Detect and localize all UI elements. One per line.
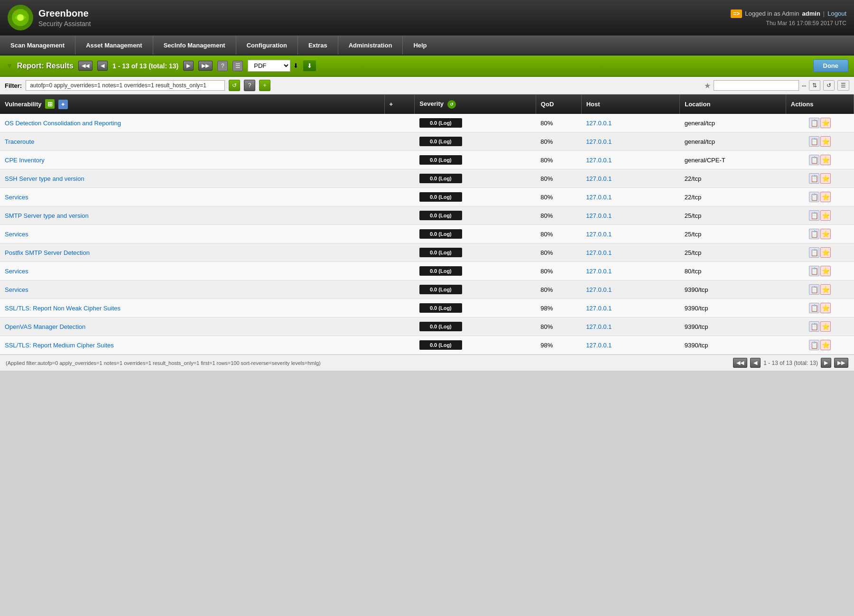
details-action-button[interactable]: 📋	[809, 155, 819, 165]
override-action-button[interactable]: ⭐	[820, 210, 831, 221]
plus-cell	[384, 299, 415, 317]
details-action-button[interactable]: 📋	[809, 340, 819, 350]
override-action-button[interactable]: ⭐	[820, 192, 831, 202]
pipe-separator: |	[823, 10, 825, 17]
override-action-button[interactable]: ⭐	[820, 173, 831, 184]
host-link[interactable]: 127.0.0.1	[586, 342, 612, 349]
vulnerability-link[interactable]: CPE Inventory	[5, 157, 45, 164]
host-link[interactable]: 127.0.0.1	[586, 286, 612, 293]
vulnerability-col-icon[interactable]: ⊞	[45, 99, 55, 109]
details-action-button[interactable]: 📋	[809, 136, 819, 147]
host-link[interactable]: 127.0.0.1	[586, 175, 612, 182]
sidebar-item-secinfo-management[interactable]: SecInfo Management	[153, 36, 236, 55]
vulnerability-link[interactable]: SMTP Server type and version	[5, 212, 89, 219]
vulnerability-link[interactable]: Services	[5, 194, 28, 201]
filter-refresh-button[interactable]: ↺	[823, 80, 835, 91]
details-action-button[interactable]: 📋	[809, 229, 819, 239]
host-link[interactable]: 127.0.0.1	[586, 138, 612, 145]
download-button[interactable]: ⬇	[303, 60, 316, 71]
filter-input[interactable]	[26, 80, 225, 91]
format-select[interactable]: PDF XML HTML TXT	[248, 60, 290, 72]
location-cell: general/CPE-T	[680, 151, 786, 169]
logout-link[interactable]: Logout	[827, 10, 846, 17]
host-link[interactable]: 127.0.0.1	[586, 305, 612, 312]
details-action-button[interactable]: 📋	[809, 266, 819, 276]
details-action-button[interactable]: 📋	[809, 247, 819, 258]
sidebar-item-scan-management[interactable]: Scan Management	[0, 36, 75, 55]
details-action-button[interactable]: 📋	[809, 303, 819, 313]
footer-prev-first-button[interactable]: ◀◀	[733, 358, 747, 368]
vulnerability-link[interactable]: SSL/TLS: Report Non Weak Cipher Suites	[5, 305, 121, 312]
override-action-button[interactable]: ⭐	[820, 118, 831, 128]
table-row: Traceroute0.0 (Log)80%127.0.0.1general/t…	[0, 132, 854, 151]
filter-apply-button[interactable]: ↺	[229, 80, 240, 91]
footer-prev-button[interactable]: ◀	[750, 358, 761, 368]
vulnerability-link[interactable]: Traceroute	[5, 138, 34, 145]
sidebar-item-asset-management[interactable]: Asset Management	[75, 36, 153, 55]
vulnerability-link[interactable]: Services	[5, 286, 28, 293]
details-action-button[interactable]: 📋	[809, 192, 819, 202]
host-link[interactable]: 127.0.0.1	[586, 194, 612, 201]
filter-columns-button[interactable]: ☰	[837, 80, 849, 91]
override-action-button[interactable]: ⭐	[820, 229, 831, 239]
vulnerability-link[interactable]: OpenVAS Manager Detection	[5, 323, 85, 330]
override-action-button[interactable]: ⭐	[820, 266, 831, 276]
actions-cell: 📋⭐	[786, 317, 854, 336]
override-action-button[interactable]: ⭐	[820, 155, 831, 165]
footer-next-button[interactable]: ▶	[821, 358, 831, 368]
details-action-button[interactable]: 📋	[809, 173, 819, 184]
override-action-button[interactable]: ⭐	[820, 303, 831, 313]
vulnerability-cell: Postfix SMTP Server Detection	[0, 243, 384, 262]
prev-first-button[interactable]: ◀◀	[78, 61, 93, 71]
host-link[interactable]: 127.0.0.1	[586, 231, 612, 238]
host-link[interactable]: 127.0.0.1	[586, 157, 612, 164]
help-icon[interactable]: ?	[217, 61, 228, 71]
override-action-button[interactable]: ⭐	[820, 321, 831, 332]
filter-search-input[interactable]	[714, 80, 799, 91]
sidebar-item-configuration[interactable]: Configuration	[236, 36, 298, 55]
filter-sort-button[interactable]: ⇅	[809, 80, 820, 91]
host-link[interactable]: 127.0.0.1	[586, 120, 612, 127]
col-header-plus: +	[384, 94, 415, 114]
done-button[interactable]: Done	[813, 59, 849, 72]
filter-star-icon[interactable]: ★	[704, 81, 711, 90]
list-icon[interactable]: ☰	[232, 61, 243, 71]
host-link[interactable]: 127.0.0.1	[586, 323, 612, 330]
host-link[interactable]: 127.0.0.1	[586, 268, 612, 275]
vulnerability-link[interactable]: Services	[5, 268, 28, 275]
host-link[interactable]: 127.0.0.1	[586, 212, 612, 219]
details-action-button[interactable]: 📋	[809, 118, 819, 128]
sidebar-item-help[interactable]: Help	[403, 36, 437, 55]
vulnerability-link[interactable]: SSL/TLS: Report Medium Cipher Suites	[5, 342, 114, 349]
vulnerability-sort-icon[interactable]: ✦	[58, 100, 68, 109]
host-cell: 127.0.0.1	[581, 132, 680, 151]
sidebar-item-extras[interactable]: Extras	[298, 36, 338, 55]
override-action-button[interactable]: ⭐	[820, 340, 831, 350]
sidebar-item-administration[interactable]: Administration	[338, 36, 403, 55]
details-action-button[interactable]: 📋	[809, 321, 819, 332]
vulnerability-link[interactable]: SSH Server type and version	[5, 175, 84, 182]
footer-next-last-button[interactable]: ▶▶	[834, 358, 848, 368]
severity-cell: 0.0 (Log)	[415, 317, 536, 336]
details-action-button[interactable]: 📋	[809, 284, 819, 295]
vulnerability-link[interactable]: Services	[5, 231, 28, 238]
override-action-button[interactable]: ⭐	[820, 247, 831, 258]
plus-cell	[384, 225, 415, 243]
report-collapse-icon[interactable]: ▼	[6, 62, 13, 70]
vulnerability-link[interactable]: OS Detection Consolidation and Reporting	[5, 120, 121, 127]
host-link[interactable]: 127.0.0.1	[586, 249, 612, 256]
next-last-button[interactable]: ▶▶	[198, 61, 213, 71]
nav-label-extras: Extras	[308, 42, 327, 49]
severity-sort-icon[interactable]: ↺	[447, 100, 456, 109]
prev-button[interactable]: ◀	[97, 61, 108, 71]
vulnerability-link[interactable]: Postfix SMTP Server Detection	[5, 249, 90, 256]
next-button[interactable]: ▶	[183, 61, 194, 71]
filter-help-button[interactable]: ?	[244, 80, 255, 91]
override-action-button[interactable]: ⭐	[820, 136, 831, 147]
location-cell: 9390/tcp	[680, 336, 786, 355]
details-action-button[interactable]: 📋	[809, 210, 819, 221]
override-action-button[interactable]: ⭐	[820, 284, 831, 295]
filter-add-button[interactable]: +	[259, 80, 270, 91]
table-row: OpenVAS Manager Detection0.0 (Log)80%127…	[0, 317, 854, 336]
qod-col-label: QoD	[541, 101, 554, 108]
